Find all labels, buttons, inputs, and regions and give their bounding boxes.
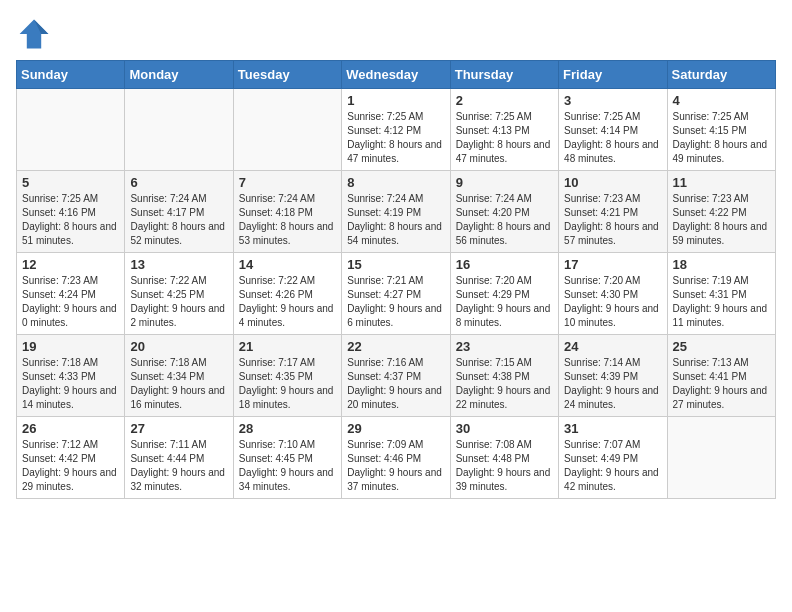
day-number: 1 — [347, 93, 444, 108]
weekday-header-tuesday: Tuesday — [233, 61, 341, 89]
day-info: Sunrise: 7:25 AM Sunset: 4:12 PM Dayligh… — [347, 110, 444, 166]
calendar-cell: 30Sunrise: 7:08 AM Sunset: 4:48 PM Dayli… — [450, 417, 558, 499]
day-number: 13 — [130, 257, 227, 272]
calendar-cell: 6Sunrise: 7:24 AM Sunset: 4:17 PM Daylig… — [125, 171, 233, 253]
calendar-cell: 5Sunrise: 7:25 AM Sunset: 4:16 PM Daylig… — [17, 171, 125, 253]
day-number: 11 — [673, 175, 770, 190]
day-info: Sunrise: 7:12 AM Sunset: 4:42 PM Dayligh… — [22, 438, 119, 494]
day-info: Sunrise: 7:16 AM Sunset: 4:37 PM Dayligh… — [347, 356, 444, 412]
calendar-cell: 21Sunrise: 7:17 AM Sunset: 4:35 PM Dayli… — [233, 335, 341, 417]
day-info: Sunrise: 7:17 AM Sunset: 4:35 PM Dayligh… — [239, 356, 336, 412]
day-info: Sunrise: 7:22 AM Sunset: 4:25 PM Dayligh… — [130, 274, 227, 330]
calendar-cell: 31Sunrise: 7:07 AM Sunset: 4:49 PM Dayli… — [559, 417, 667, 499]
day-number: 6 — [130, 175, 227, 190]
calendar-cell — [667, 417, 775, 499]
day-number: 19 — [22, 339, 119, 354]
weekday-header-thursday: Thursday — [450, 61, 558, 89]
day-info: Sunrise: 7:25 AM Sunset: 4:16 PM Dayligh… — [22, 192, 119, 248]
day-number: 26 — [22, 421, 119, 436]
calendar-week-row: 12Sunrise: 7:23 AM Sunset: 4:24 PM Dayli… — [17, 253, 776, 335]
day-number: 17 — [564, 257, 661, 272]
day-info: Sunrise: 7:19 AM Sunset: 4:31 PM Dayligh… — [673, 274, 770, 330]
day-info: Sunrise: 7:18 AM Sunset: 4:33 PM Dayligh… — [22, 356, 119, 412]
day-info: Sunrise: 7:24 AM Sunset: 4:20 PM Dayligh… — [456, 192, 553, 248]
day-number: 21 — [239, 339, 336, 354]
day-info: Sunrise: 7:20 AM Sunset: 4:29 PM Dayligh… — [456, 274, 553, 330]
calendar-cell: 16Sunrise: 7:20 AM Sunset: 4:29 PM Dayli… — [450, 253, 558, 335]
day-number: 5 — [22, 175, 119, 190]
weekday-header-row: SundayMondayTuesdayWednesdayThursdayFrid… — [17, 61, 776, 89]
day-number: 7 — [239, 175, 336, 190]
calendar-cell: 15Sunrise: 7:21 AM Sunset: 4:27 PM Dayli… — [342, 253, 450, 335]
day-number: 2 — [456, 93, 553, 108]
day-info: Sunrise: 7:14 AM Sunset: 4:39 PM Dayligh… — [564, 356, 661, 412]
calendar-cell: 19Sunrise: 7:18 AM Sunset: 4:33 PM Dayli… — [17, 335, 125, 417]
page-header — [16, 16, 776, 52]
day-number: 8 — [347, 175, 444, 190]
calendar-week-row: 1Sunrise: 7:25 AM Sunset: 4:12 PM Daylig… — [17, 89, 776, 171]
day-info: Sunrise: 7:09 AM Sunset: 4:46 PM Dayligh… — [347, 438, 444, 494]
day-info: Sunrise: 7:11 AM Sunset: 4:44 PM Dayligh… — [130, 438, 227, 494]
day-info: Sunrise: 7:13 AM Sunset: 4:41 PM Dayligh… — [673, 356, 770, 412]
calendar-cell: 13Sunrise: 7:22 AM Sunset: 4:25 PM Dayli… — [125, 253, 233, 335]
calendar-cell: 25Sunrise: 7:13 AM Sunset: 4:41 PM Dayli… — [667, 335, 775, 417]
calendar-cell: 18Sunrise: 7:19 AM Sunset: 4:31 PM Dayli… — [667, 253, 775, 335]
calendar-cell: 26Sunrise: 7:12 AM Sunset: 4:42 PM Dayli… — [17, 417, 125, 499]
calendar-cell: 9Sunrise: 7:24 AM Sunset: 4:20 PM Daylig… — [450, 171, 558, 253]
calendar-cell: 22Sunrise: 7:16 AM Sunset: 4:37 PM Dayli… — [342, 335, 450, 417]
day-number: 4 — [673, 93, 770, 108]
day-number: 23 — [456, 339, 553, 354]
calendar-cell: 17Sunrise: 7:20 AM Sunset: 4:30 PM Dayli… — [559, 253, 667, 335]
day-info: Sunrise: 7:21 AM Sunset: 4:27 PM Dayligh… — [347, 274, 444, 330]
calendar-cell: 28Sunrise: 7:10 AM Sunset: 4:45 PM Dayli… — [233, 417, 341, 499]
day-info: Sunrise: 7:25 AM Sunset: 4:14 PM Dayligh… — [564, 110, 661, 166]
logo-icon — [16, 16, 52, 52]
calendar-cell: 20Sunrise: 7:18 AM Sunset: 4:34 PM Dayli… — [125, 335, 233, 417]
day-info: Sunrise: 7:20 AM Sunset: 4:30 PM Dayligh… — [564, 274, 661, 330]
calendar-table: SundayMondayTuesdayWednesdayThursdayFrid… — [16, 60, 776, 499]
day-info: Sunrise: 7:08 AM Sunset: 4:48 PM Dayligh… — [456, 438, 553, 494]
calendar-week-row: 19Sunrise: 7:18 AM Sunset: 4:33 PM Dayli… — [17, 335, 776, 417]
day-number: 28 — [239, 421, 336, 436]
day-number: 9 — [456, 175, 553, 190]
calendar-week-row: 5Sunrise: 7:25 AM Sunset: 4:16 PM Daylig… — [17, 171, 776, 253]
day-info: Sunrise: 7:24 AM Sunset: 4:17 PM Dayligh… — [130, 192, 227, 248]
calendar-cell — [125, 89, 233, 171]
day-number: 14 — [239, 257, 336, 272]
logo — [16, 16, 56, 52]
day-number: 29 — [347, 421, 444, 436]
weekday-header-sunday: Sunday — [17, 61, 125, 89]
calendar-week-row: 26Sunrise: 7:12 AM Sunset: 4:42 PM Dayli… — [17, 417, 776, 499]
day-number: 31 — [564, 421, 661, 436]
day-info: Sunrise: 7:23 AM Sunset: 4:24 PM Dayligh… — [22, 274, 119, 330]
calendar-cell: 29Sunrise: 7:09 AM Sunset: 4:46 PM Dayli… — [342, 417, 450, 499]
calendar-cell: 4Sunrise: 7:25 AM Sunset: 4:15 PM Daylig… — [667, 89, 775, 171]
calendar-cell: 24Sunrise: 7:14 AM Sunset: 4:39 PM Dayli… — [559, 335, 667, 417]
day-number: 16 — [456, 257, 553, 272]
weekday-header-saturday: Saturday — [667, 61, 775, 89]
calendar-cell: 10Sunrise: 7:23 AM Sunset: 4:21 PM Dayli… — [559, 171, 667, 253]
calendar-cell: 8Sunrise: 7:24 AM Sunset: 4:19 PM Daylig… — [342, 171, 450, 253]
calendar-cell: 23Sunrise: 7:15 AM Sunset: 4:38 PM Dayli… — [450, 335, 558, 417]
day-info: Sunrise: 7:22 AM Sunset: 4:26 PM Dayligh… — [239, 274, 336, 330]
day-number: 10 — [564, 175, 661, 190]
day-info: Sunrise: 7:15 AM Sunset: 4:38 PM Dayligh… — [456, 356, 553, 412]
day-number: 3 — [564, 93, 661, 108]
day-info: Sunrise: 7:18 AM Sunset: 4:34 PM Dayligh… — [130, 356, 227, 412]
day-info: Sunrise: 7:10 AM Sunset: 4:45 PM Dayligh… — [239, 438, 336, 494]
calendar-cell: 12Sunrise: 7:23 AM Sunset: 4:24 PM Dayli… — [17, 253, 125, 335]
calendar-cell: 1Sunrise: 7:25 AM Sunset: 4:12 PM Daylig… — [342, 89, 450, 171]
day-number: 27 — [130, 421, 227, 436]
weekday-header-friday: Friday — [559, 61, 667, 89]
day-info: Sunrise: 7:24 AM Sunset: 4:19 PM Dayligh… — [347, 192, 444, 248]
day-number: 24 — [564, 339, 661, 354]
day-info: Sunrise: 7:23 AM Sunset: 4:22 PM Dayligh… — [673, 192, 770, 248]
day-info: Sunrise: 7:23 AM Sunset: 4:21 PM Dayligh… — [564, 192, 661, 248]
day-number: 25 — [673, 339, 770, 354]
calendar-cell: 2Sunrise: 7:25 AM Sunset: 4:13 PM Daylig… — [450, 89, 558, 171]
day-number: 30 — [456, 421, 553, 436]
day-number: 15 — [347, 257, 444, 272]
day-number: 18 — [673, 257, 770, 272]
day-number: 20 — [130, 339, 227, 354]
weekday-header-monday: Monday — [125, 61, 233, 89]
